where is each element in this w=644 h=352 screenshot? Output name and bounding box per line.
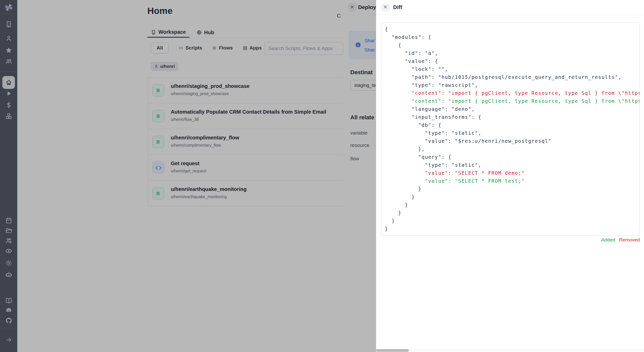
app-window: Home C Workspace Hub All Scripts Flows <box>0 0 644 352</box>
horizontal-scrollbar <box>376 349 644 352</box>
diff-code: { "modules": [ { "id": "a", "value": { "… <box>385 25 636 233</box>
scrollbar-thumb[interactable] <box>376 349 409 352</box>
legend-removed: Removed <box>619 237 640 243</box>
close-icon <box>383 4 388 11</box>
divider <box>376 14 644 15</box>
modal-dim-overlay[interactable] <box>0 0 376 352</box>
diff-drawer-title: Diff <box>393 4 402 10</box>
diff-legend: Added Removed <box>601 237 640 243</box>
diff-code-block: { "modules": [ { "id": "a", "value": { "… <box>381 23 640 236</box>
legend-added: Added <box>601 237 615 243</box>
diff-drawer: Diff { "modules": [ { "id": "a", "value"… <box>376 0 644 352</box>
close-button[interactable] <box>381 3 390 12</box>
